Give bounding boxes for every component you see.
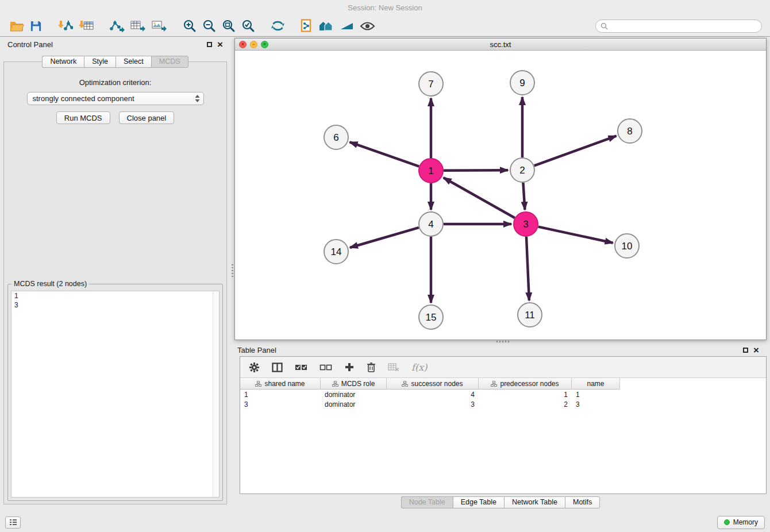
select-all-button[interactable] bbox=[295, 363, 307, 371]
export-network-button[interactable] bbox=[106, 18, 128, 33]
export-image-button[interactable] bbox=[149, 18, 170, 33]
criterion-dropdown[interactable]: strongly connected component bbox=[27, 92, 204, 105]
graph-edge-1-6[interactable] bbox=[350, 142, 419, 166]
graph-edge-2-3[interactable] bbox=[523, 183, 525, 210]
network-canvas[interactable]: 7968124310141511 bbox=[235, 51, 766, 340]
float-panel-icon[interactable] bbox=[207, 42, 212, 47]
deselect-all-button[interactable] bbox=[319, 363, 332, 371]
graph-node-14[interactable]: 14 bbox=[324, 240, 348, 264]
minimize-window-icon[interactable]: − bbox=[250, 41, 257, 48]
columns-icon bbox=[272, 363, 283, 372]
search-input[interactable] bbox=[611, 22, 757, 30]
close-panel-button[interactable]: Close panel bbox=[119, 111, 175, 124]
tab-style[interactable]: Style bbox=[84, 56, 116, 68]
show-columns-button[interactable] bbox=[272, 363, 283, 372]
delete-column-button[interactable] bbox=[367, 362, 376, 373]
window-titlebar: Session: New Session bbox=[0, 0, 770, 16]
cell-shared-name: 3 bbox=[240, 400, 321, 408]
import-table-button[interactable] bbox=[76, 18, 97, 33]
graph-edge-2-8[interactable] bbox=[534, 136, 617, 166]
close-table-panel-icon[interactable]: × bbox=[753, 345, 759, 355]
mcds-result-list[interactable]: 1 3 bbox=[11, 291, 220, 498]
export-table-button[interactable] bbox=[128, 18, 149, 33]
toggle-visibility-button[interactable] bbox=[357, 20, 378, 32]
table-options-button[interactable] bbox=[249, 362, 260, 373]
tab-select[interactable]: Select bbox=[116, 56, 151, 68]
network-document-button[interactable] bbox=[298, 18, 315, 34]
import-network-button[interactable] bbox=[55, 18, 76, 33]
network-graph[interactable]: 7968124310141511 bbox=[235, 51, 766, 340]
column-tree-icon bbox=[255, 381, 261, 387]
column-header-name[interactable]: name bbox=[572, 378, 620, 390]
graph-node-15[interactable]: 15 bbox=[419, 305, 443, 329]
search-field[interactable] bbox=[595, 20, 762, 33]
graph-node-9[interactable]: 9 bbox=[510, 71, 534, 95]
status-bar: Memory bbox=[0, 512, 770, 532]
close-panel-icon[interactable]: × bbox=[217, 40, 223, 49]
control-panel-tabs: Network Style Select MCDS bbox=[0, 56, 230, 68]
svg-text:1: 1 bbox=[428, 165, 433, 176]
column-tree-icon bbox=[332, 381, 338, 387]
network-overview-button[interactable] bbox=[315, 18, 337, 33]
network-window: × − + scc.txt 7968124310141511 bbox=[234, 38, 767, 340]
main-toolbar bbox=[0, 16, 770, 37]
column-header-successor-nodes[interactable]: successor nodes bbox=[387, 378, 479, 390]
graph-edge-3-1[interactable] bbox=[444, 178, 515, 218]
chevron-up-down-icon bbox=[194, 94, 201, 103]
graph-edge-4-14[interactable] bbox=[350, 228, 419, 248]
panel-list-button[interactable] bbox=[5, 516, 21, 529]
vertical-splitter[interactable] bbox=[230, 37, 234, 512]
cell-predecessor-nodes: 1 bbox=[479, 391, 572, 399]
graph-node-3[interactable]: 3 bbox=[514, 212, 538, 236]
column-header-shared-name[interactable]: shared name bbox=[240, 378, 321, 390]
add-column-button[interactable] bbox=[344, 362, 355, 372]
result-scrollbar[interactable] bbox=[213, 291, 219, 497]
graph-node-10[interactable]: 10 bbox=[615, 234, 639, 258]
mcds-result-groupbox: MCDS result (2 nodes) 1 3 bbox=[7, 284, 223, 501]
refresh-layout-button[interactable] bbox=[268, 18, 288, 33]
tab-mcds[interactable]: MCDS bbox=[151, 56, 188, 68]
close-window-icon[interactable]: × bbox=[239, 41, 247, 48]
tab-network[interactable]: Network bbox=[42, 56, 84, 68]
graph-edge-3-10[interactable] bbox=[538, 227, 613, 243]
table-row[interactable]: 1 dominator 4 1 1 bbox=[240, 390, 766, 399]
zoom-out-button[interactable] bbox=[199, 18, 219, 34]
zoom-selected-button[interactable] bbox=[238, 18, 258, 34]
svg-text:9: 9 bbox=[519, 78, 525, 88]
graph-node-8[interactable]: 8 bbox=[618, 119, 642, 143]
graph-edge-1-2[interactable] bbox=[444, 170, 508, 171]
tab-edge-table[interactable]: Edge Table bbox=[453, 496, 504, 508]
save-session-button[interactable] bbox=[27, 19, 45, 33]
zoom-in-button[interactable] bbox=[180, 18, 199, 34]
tab-network-table[interactable]: Network Table bbox=[504, 496, 565, 508]
column-header-predecessor-nodes[interactable]: predecessor nodes bbox=[479, 378, 572, 390]
table-panel-title: Table Panel bbox=[237, 346, 276, 354]
column-header-mcds-role[interactable]: MCDS role bbox=[321, 378, 387, 390]
function-builder-button: f(x) bbox=[411, 362, 427, 373]
graph-node-11[interactable]: 11 bbox=[518, 303, 542, 327]
cell-name: 1 bbox=[572, 391, 620, 399]
style-button[interactable] bbox=[337, 20, 357, 32]
import-table-icon bbox=[79, 20, 94, 32]
svg-text:4: 4 bbox=[428, 219, 433, 230]
tab-motifs[interactable]: Motifs bbox=[565, 496, 600, 508]
graph-node-2[interactable]: 2 bbox=[510, 158, 534, 182]
zoom-fit-button[interactable] bbox=[219, 18, 238, 34]
graph-node-4[interactable]: 4 bbox=[419, 212, 443, 236]
maximize-window-icon[interactable]: + bbox=[261, 41, 268, 48]
open-folder-icon bbox=[10, 20, 24, 32]
run-mcds-button[interactable]: Run MCDS bbox=[56, 111, 110, 124]
open-session-button[interactable] bbox=[7, 19, 27, 33]
memory-button[interactable]: Memory bbox=[717, 516, 765, 529]
network-window-titlebar[interactable]: × − + scc.txt bbox=[235, 38, 766, 51]
graph-node-1[interactable]: 1 bbox=[419, 159, 443, 183]
float-table-panel-icon[interactable] bbox=[743, 348, 748, 353]
graph-edge-3-11[interactable] bbox=[526, 237, 529, 300]
graph-node-7[interactable]: 7 bbox=[419, 72, 443, 96]
graph-node-6[interactable]: 6 bbox=[324, 125, 348, 149]
table-row[interactable]: 3 dominator 3 2 3 bbox=[240, 399, 766, 409]
tab-node-table[interactable]: Node Table bbox=[401, 496, 453, 508]
mcds-result-title: MCDS result (2 nodes) bbox=[11, 280, 89, 288]
select-all-icon bbox=[295, 363, 307, 371]
cell-mcds-role: dominator bbox=[321, 391, 387, 399]
